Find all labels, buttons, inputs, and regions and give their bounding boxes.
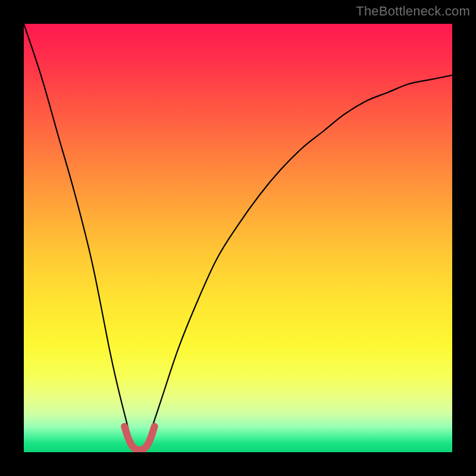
- plot-area: [24, 24, 452, 452]
- sweet-spot-highlight: [124, 427, 154, 450]
- bottleneck-curve: [24, 24, 452, 450]
- watermark-text: TheBottleneck.com: [356, 4, 470, 19]
- chart-frame: TheBottleneck.com: [0, 0, 476, 476]
- curve-layer: [24, 24, 452, 452]
